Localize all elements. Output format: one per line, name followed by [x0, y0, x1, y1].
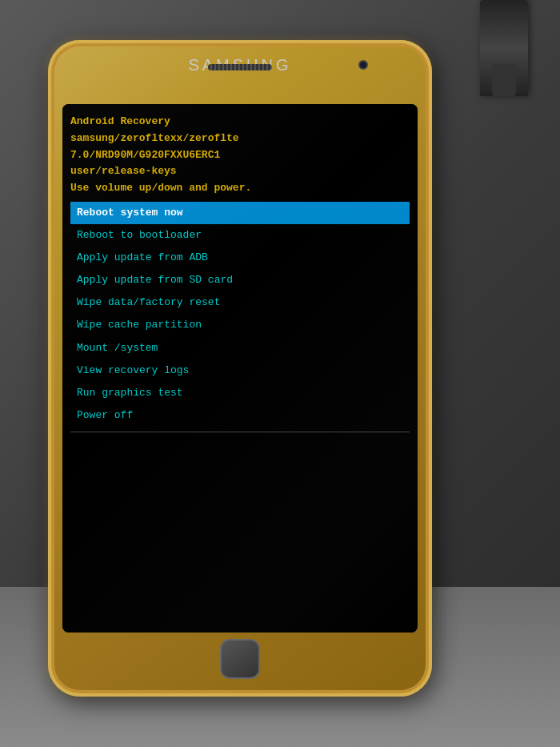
menu-item-9[interactable]: Power off	[70, 404, 410, 427]
info-line-3: 7.0/NRD90M/G920FXXU6ERC1	[70, 147, 410, 164]
tool-clamp	[480, 0, 528, 96]
home-button[interactable]	[220, 639, 260, 679]
info-line-1: Android Recovery	[70, 114, 410, 131]
menu-item-5[interactable]: Wipe cache partition	[70, 314, 410, 336]
info-line-5: Use volume up/down and power.	[70, 180, 410, 197]
menu-item-7[interactable]: View recovery logs	[70, 359, 410, 382]
bottom-divider	[70, 432, 410, 432]
screen-content: Android Recovery samsung/zerofltexx/zero…	[62, 104, 418, 633]
menu-item-4[interactable]: Wipe data/factory reset	[70, 291, 410, 314]
info-block: Android Recovery samsung/zerofltexx/zero…	[70, 114, 410, 197]
menu-item-1[interactable]: Reboot to bootloader	[70, 224, 410, 247]
menu-item-2[interactable]: Apply update from ADB	[70, 247, 410, 269]
menu-item-8[interactable]: Run graphics test	[70, 382, 410, 404]
phone-body: SAMSUNG Android Recovery samsung/zeroflt…	[48, 40, 432, 697]
info-line-4: user/release-keys	[70, 163, 410, 180]
camera-dot	[358, 60, 368, 70]
menu-item-0[interactable]: Reboot system now	[70, 202, 410, 224]
phone-screen: Android Recovery samsung/zerofltexx/zero…	[62, 104, 418, 633]
menu-list: Reboot system now Reboot to bootloader A…	[70, 202, 410, 427]
speaker-grill	[208, 64, 272, 70]
photo-background: SAMSUNG Android Recovery samsung/zeroflt…	[0, 0, 560, 747]
menu-item-3[interactable]: Apply update from SD card	[70, 269, 410, 291]
info-line-2: samsung/zerofltexx/zeroflte	[70, 131, 410, 147]
menu-item-6[interactable]: Mount /system	[70, 337, 410, 359]
